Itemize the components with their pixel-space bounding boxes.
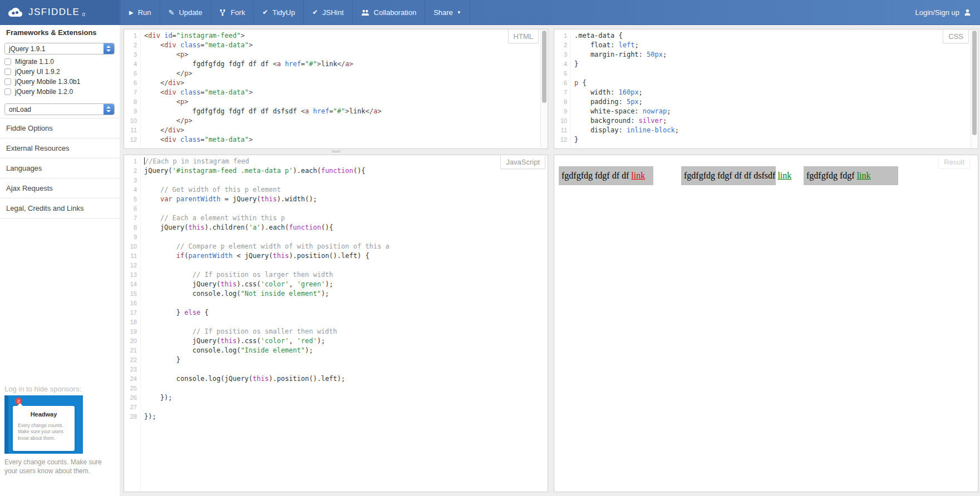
play-icon: ▶ — [129, 9, 134, 16]
code-line: float: left; — [572, 41, 978, 50]
sidebar-section-languages[interactable]: Languages — [0, 158, 120, 178]
code-lines: .meta-data { float: left; margin-right: … — [572, 31, 978, 145]
jsfiddle-logo[interactable]: JSFIDDLE α — [0, 0, 120, 24]
code-line: console.log("Not inside element"); — [141, 289, 548, 299]
html-panel-badge: HTML — [508, 29, 539, 43]
sidebar-section-fiddle-options[interactable]: Fiddle Options — [0, 118, 120, 138]
result-link[interactable]: link — [631, 171, 645, 180]
result-link[interactable]: link — [857, 171, 871, 180]
nav-button-collaboration[interactable]: Collaboration — [353, 0, 426, 24]
ad-caption: Every change counts. Make sure your user… — [4, 458, 109, 475]
code-line: margin-right: 50px; — [572, 50, 978, 59]
css-panel-badge: CSS — [943, 29, 969, 43]
logo-alpha-tag: α — [82, 11, 85, 17]
nav-button-tidyup[interactable]: ✔TidyUp — [254, 0, 304, 24]
result-body: fgdfgfdg fdgf df df linkfgdfgfdg fdgf df… — [554, 155, 978, 492]
code-line: <p> — [141, 97, 548, 107]
css-scrollbar[interactable] — [971, 29, 978, 148]
sidebar-section-legal-credits-and-links[interactable]: Legal, Credits and Links — [0, 198, 120, 218]
nav-buttons: ▶Run✎UpdateFork✔TidyUp✔JSHintCollaborati… — [120, 0, 470, 24]
code-line: fgdfgfdg fdgf df df dsfsdf <a href="#">l… — [141, 107, 548, 116]
code-line: width: 160px; — [572, 88, 978, 97]
result-link[interactable]: link — [777, 171, 791, 180]
panel-resize-handle[interactable] — [332, 150, 341, 153]
extension-label: Migrate 1.1.0 — [15, 58, 54, 66]
check-icon: ✔ — [312, 8, 318, 16]
code-line: // If position os larger then width — [141, 270, 548, 280]
nav-button-run[interactable]: ▶Run — [120, 0, 160, 24]
extension-row: jQuery UI 1.9.2 — [4, 67, 80, 77]
code-lines: <div id="instagram-feed"> <div class="me… — [141, 31, 548, 145]
code-line — [141, 261, 548, 270]
nav-button-label: Collaboration — [374, 8, 417, 17]
ad-left-strip — [4, 395, 8, 454]
code-line — [572, 69, 978, 78]
nav-button-label: JSHint — [322, 8, 343, 17]
nav-button-share[interactable]: Share▼ — [425, 0, 470, 24]
code-line: </div> — [141, 126, 548, 135]
code-lines: //Each p in instagram feedjQuery('#insta… — [141, 157, 548, 421]
nav-button-label: Update — [179, 8, 202, 17]
cloud-logo-icon — [7, 7, 23, 17]
login-label: Login/Sign up — [915, 8, 959, 17]
code-line: <div class="meta-data"> — [141, 135, 548, 145]
sidebar-section-ajax-requests[interactable]: Ajax Requests — [0, 178, 120, 198]
javascript-panel-badge: JavaScript — [500, 155, 545, 169]
extension-row: Migrate 1.1.0 — [4, 57, 80, 67]
nav-button-jshint[interactable]: ✔JSHint — [304, 0, 352, 24]
code-line: jQuery(this).css('color', 'green'); — [141, 280, 548, 289]
javascript-editor[interactable]: 1234567891011121314151617181920212223242… — [124, 155, 548, 492]
code-line: .meta-data { — [572, 31, 978, 41]
css-editor[interactable]: 123456789101112.meta-data { float: left;… — [554, 29, 978, 148]
code-line: p { — [572, 78, 978, 88]
extension-checkbox[interactable] — [4, 58, 11, 65]
nav-button-fork[interactable]: Fork — [211, 0, 254, 24]
code-line: } — [141, 355, 548, 365]
code-line: //Each p in instagram feed — [141, 157, 548, 166]
code-line: <div class="meta-data"> — [141, 88, 548, 97]
nav-button-update[interactable]: ✎Update — [160, 0, 211, 24]
code-line: var parentWidth = jQuery(this).width(); — [141, 195, 548, 204]
code-line: <p> — [141, 50, 548, 59]
nav-button-label: Fork — [230, 8, 245, 17]
line-number-gutter: 123456789101112 — [124, 29, 141, 148]
html-scrollbar[interactable] — [540, 29, 548, 148]
css-panel: 123456789101112.meta-data { float: left;… — [554, 29, 978, 149]
nav-button-label: TidyUp — [272, 8, 295, 17]
main-area: 123456789101112<div id="instagram-feed">… — [120, 24, 980, 496]
code-line: fgdfgfdg fdgf df df <a href="#">link</a> — [141, 59, 548, 69]
code-line: // Get width of this p element — [141, 185, 548, 195]
select-arrows-icon — [104, 43, 114, 54]
code-line: // If position os smaller then width — [141, 327, 548, 336]
caret-down-icon: ▼ — [457, 10, 461, 15]
extension-checkbox[interactable] — [4, 68, 11, 75]
code-line: }); — [141, 393, 548, 403]
code-line: console.log(jQuery(this).position().left… — [141, 374, 548, 384]
html-panel: 123456789101112<div id="instagram-feed">… — [124, 29, 548, 149]
login-button[interactable]: Login/Sign up — [915, 0, 971, 24]
navbar: JSFIDDLE α ▶Run✎UpdateFork✔TidyUp✔JSHint… — [0, 0, 980, 25]
select-arrows-icon — [104, 104, 114, 115]
code-line — [141, 204, 548, 214]
code-line — [141, 384, 548, 393]
user-icon — [964, 9, 971, 16]
nav-button-label: Run — [138, 8, 151, 17]
extension-checkbox[interactable] — [4, 78, 11, 85]
framework-select[interactable]: jQuery 1.9.1 — [4, 43, 115, 54]
sponsor-ad[interactable]: 2 Headway Every change counts. Make sure… — [4, 395, 83, 454]
code-line — [141, 365, 548, 374]
extension-checkbox[interactable] — [4, 88, 11, 95]
code-line: <div id="instagram-feed"> — [141, 31, 548, 41]
onload-select[interactable]: onLoad — [4, 103, 115, 115]
code-line: jQuery(this).children('a').each(function… — [141, 223, 548, 232]
code-line — [141, 403, 548, 412]
sidebar-section-external-resources[interactable]: External Resources — [0, 138, 120, 158]
sponsor-note: Log in to hide sponsors: — [4, 385, 81, 393]
extension-row: jQuery Mobile 1.2.0 — [4, 87, 80, 97]
code-line: } — [572, 59, 978, 69]
code-line: display: inline-block; — [572, 126, 978, 135]
line-number-gutter: 123456789101112 — [554, 29, 571, 148]
extension-row: jQuery Mobile 1.3.0b1 — [4, 77, 80, 87]
ad-title: Headway — [13, 411, 75, 418]
html-editor[interactable]: 123456789101112<div id="instagram-feed">… — [124, 29, 548, 148]
